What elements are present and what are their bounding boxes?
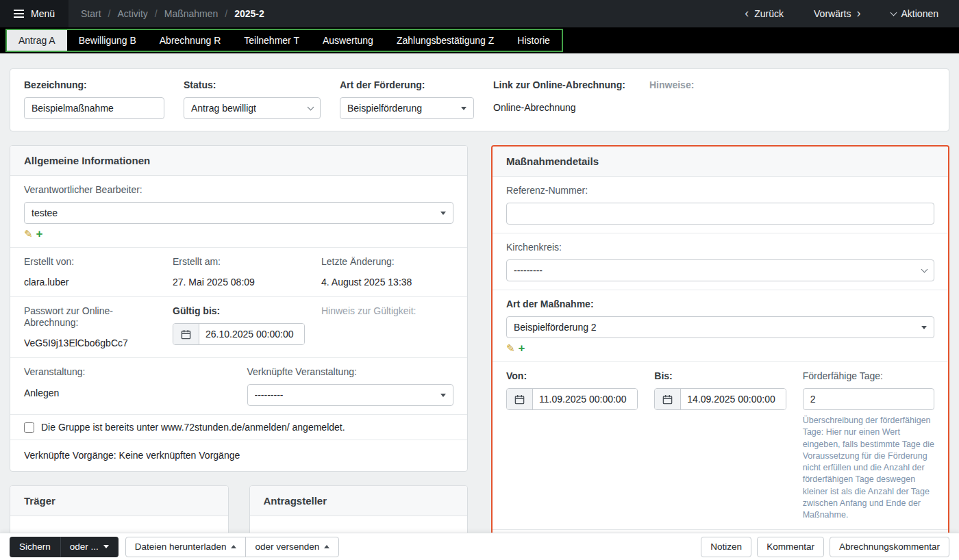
- breadcrumb-separator: /: [108, 8, 111, 19]
- verknuepfte-veranstaltung-select[interactable]: ---------: [247, 384, 454, 406]
- abrechnungskommentar-label: Abrechnungskommentar: [839, 542, 940, 552]
- save-button-group: Sichern oder ...: [10, 537, 119, 557]
- passwort-section: Passwort zur Online-Abrechnung: VeG5I9j1…: [10, 297, 467, 358]
- breadcrumb-massnahmen[interactable]: Maßnahmen: [164, 8, 219, 19]
- tab-historie[interactable]: Historie: [506, 30, 561, 51]
- edit-pencil-icon[interactable]: ✎: [24, 229, 33, 239]
- gueltig-bis-input[interactable]: [199, 324, 304, 344]
- bearbeiter-value: testee: [32, 207, 58, 218]
- notizen-button[interactable]: Notizen: [701, 537, 751, 557]
- caret-up-icon: [324, 545, 329, 548]
- bis-label: Bis:: [654, 370, 786, 382]
- save-label: Sichern: [19, 542, 51, 552]
- left-column: Allgemeine Informationen Verantwortliche…: [10, 145, 468, 544]
- actions-label: Aktionen: [901, 8, 938, 19]
- tab-group: Antrag A Bewilligung B Abrechnung R Teil…: [5, 29, 563, 52]
- caret-down-icon: [440, 212, 446, 215]
- letzte-aenderung-label: Letzte Änderung:: [321, 256, 453, 268]
- von-input[interactable]: [533, 389, 637, 409]
- veranstaltung-anlegen-link[interactable]: Anlegen: [24, 387, 59, 398]
- notizen-label: Notizen: [710, 542, 742, 552]
- foerderfaehige-tage-input[interactable]: [803, 388, 934, 410]
- breadcrumb-current: 2025-2: [234, 8, 264, 19]
- chevron-left-icon: ‹: [745, 7, 749, 19]
- tab-antrag[interactable]: Antrag A: [7, 30, 67, 51]
- foerderfaehige-tage-label: Förderfähige Tage:: [803, 370, 934, 382]
- send-files-button[interactable]: oder versenden: [245, 537, 339, 557]
- status-select[interactable]: Antrag bewilligt: [184, 97, 321, 119]
- tab-bewilligung[interactable]: Bewilligung B: [67, 30, 148, 51]
- chevron-down-icon: [921, 266, 928, 272]
- traeger-title: Träger: [10, 486, 228, 516]
- chevron-right-icon: ›: [857, 7, 861, 19]
- actions-dropdown-button[interactable]: Aktionen: [887, 8, 943, 20]
- tab-teilnehmer[interactable]: Teilnehmer T: [232, 30, 311, 51]
- kommentar-label: Kommentar: [767, 542, 814, 552]
- foerderfaehige-tage-help-text: Überschreibung der förderfähigen Tage: H…: [803, 415, 934, 521]
- art-der-massnahme-value: Beispielförderung 2: [514, 322, 597, 333]
- caret-down-icon: [461, 107, 466, 110]
- online-abrechnung-link[interactable]: Online-Abrechnung: [493, 102, 630, 113]
- download-files-label: Dateien herunterladen: [135, 542, 227, 552]
- gruppe-angemeldet-checkbox[interactable]: [24, 422, 34, 433]
- calendar-icon[interactable]: [507, 389, 533, 409]
- kirchenkreis-label: Kirchenkreis:: [506, 242, 934, 253]
- kirchenkreis-select[interactable]: ---------: [506, 259, 934, 281]
- chevron-down-icon: [308, 103, 314, 110]
- download-files-button[interactable]: Dateien herunterladen: [125, 537, 247, 557]
- referenz-nummer-input[interactable]: [506, 203, 934, 225]
- add-plus-icon[interactable]: +: [36, 228, 43, 240]
- verknuepfte-vorgaenge-text: Verknüpfte Vorgänge: Keine verknüpften V…: [24, 450, 240, 461]
- vorgaenge-section: Verknüpfte Vorgänge: Keine verknüpften V…: [10, 440, 467, 471]
- edit-pencil-icon[interactable]: ✎: [506, 343, 515, 353]
- foerderung-select[interactable]: Beispielförderung: [340, 97, 474, 119]
- allgemeine-informationen-card: Allgemeine Informationen Verantwortliche…: [10, 145, 468, 472]
- kirchenkreis-section: Kirchenkreis: ---------: [493, 233, 948, 290]
- erstellt-am-label: Erstellt am:: [173, 256, 305, 268]
- hinweise-label: Hinweise:: [649, 79, 935, 90]
- forward-button[interactable]: Vorwärts ›: [810, 7, 864, 21]
- abrechnungskommentar-button[interactable]: Abrechnungskommentar: [830, 537, 949, 557]
- referenz-nummer-label: Referenz-Nummer:: [506, 185, 934, 196]
- breadcrumb-start[interactable]: Start: [81, 8, 101, 19]
- right-column: Maßnahmendetails Referenz-Nummer: Kirche…: [491, 145, 949, 539]
- save-options-button[interactable]: oder ...: [60, 537, 119, 557]
- menu-button[interactable]: Menü: [0, 0, 68, 27]
- gruppe-angemeldet-row: Die Gruppe ist bereits unter www.72stund…: [10, 415, 467, 440]
- tab-zahlungsbestaetigung[interactable]: Zahlungsbestätigung Z: [385, 30, 506, 51]
- gruppe-angemeldet-label: Die Gruppe ist bereits unter www.72stund…: [41, 422, 345, 433]
- add-plus-icon[interactable]: +: [519, 342, 525, 354]
- massnahmendetails-title: Maßnahmendetails: [493, 147, 948, 177]
- save-button[interactable]: Sichern: [10, 537, 60, 557]
- topbar-actions: ‹ Zurück Vorwärts › Aktionen: [740, 0, 959, 27]
- status-value: Antrag bewilligt: [191, 103, 256, 114]
- art-der-massnahme-section: Art der Maßnahme: Beispielförderung 2 ✎ …: [493, 290, 948, 362]
- von-label: Von:: [506, 370, 638, 382]
- gueltig-bis-label: Gültig bis:: [173, 305, 305, 317]
- breadcrumb-activity[interactable]: Activity: [118, 8, 148, 19]
- tab-abrechnung[interactable]: Abrechnung R: [148, 30, 233, 51]
- bearbeiter-section: Verantwortlicher Bearbeiter: testee ✎ +: [10, 176, 467, 248]
- breadcrumb-separator: /: [155, 8, 158, 19]
- calendar-icon[interactable]: [655, 389, 681, 409]
- status-label: Status:: [184, 79, 321, 90]
- tab-auswertung[interactable]: Auswertung: [311, 30, 385, 51]
- veranstaltung-section: Veranstaltung: Anlegen Verknüpfte Verans…: [10, 358, 467, 415]
- main-content: Bezeichnung: Status: Antrag bewilligt Ar…: [0, 53, 959, 560]
- veranstaltung-label: Veranstaltung:: [24, 366, 231, 378]
- calendar-icon[interactable]: [173, 324, 199, 344]
- passwort-label: Passwort zur Online-Abrechnung:: [24, 305, 156, 329]
- bis-datepicker: [654, 388, 786, 410]
- art-der-massnahme-select[interactable]: Beispielförderung 2: [506, 316, 934, 338]
- bearbeiter-select[interactable]: testee: [24, 202, 453, 224]
- hamburger-icon: [14, 13, 24, 14]
- massnahmendetails-card: Maßnahmendetails Referenz-Nummer: Kirche…: [491, 145, 949, 539]
- bis-input[interactable]: [681, 389, 785, 409]
- antragsteller-title: Antragsteller: [250, 486, 468, 516]
- von-datepicker: [506, 388, 638, 410]
- foerderung-label: Art der Förderung:: [340, 79, 474, 90]
- back-button[interactable]: ‹ Zurück: [740, 7, 788, 21]
- caret-down-icon: [440, 394, 446, 397]
- bezeichnung-input[interactable]: [24, 97, 164, 119]
- kommentar-button[interactable]: Kommentar: [757, 537, 824, 557]
